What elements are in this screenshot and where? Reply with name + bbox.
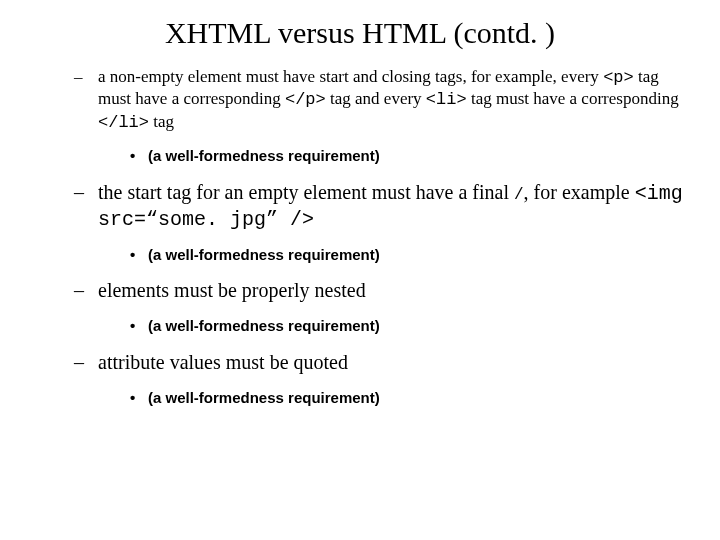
bullet-2-text-a: the start tag for an empty element must … — [98, 181, 514, 203]
bullet-list: a non-empty element must have start and … — [30, 66, 690, 408]
bullet-2-slash: / — [514, 186, 524, 204]
bullet-1-code-li-open: <li> — [426, 90, 467, 109]
bullet-1-code-li-close: </li> — [98, 113, 149, 132]
bullet-4-text: attribute values must be quoted — [98, 351, 348, 373]
bullet-1-sublist: (a well-formedness requirement) — [98, 147, 690, 166]
bullet-1-sub: (a well-formedness requirement) — [134, 147, 690, 166]
bullet-1-text-e: tag — [149, 112, 174, 131]
bullet-3-sublist: (a well-formedness requirement) — [98, 317, 690, 336]
bullet-2-sub: (a well-formedness requirement) — [134, 246, 690, 265]
bullet-3-sub: (a well-formedness requirement) — [134, 317, 690, 336]
slide: XHTML versus HTML (contd. ) a non-empty … — [0, 0, 720, 540]
bullet-2: the start tag for an empty element must … — [80, 180, 690, 265]
bullet-1-code-p-open: <p> — [603, 68, 634, 87]
bullet-4-sublist: (a well-formedness requirement) — [98, 389, 690, 408]
bullet-2-sublist: (a well-formedness requirement) — [98, 246, 690, 265]
bullet-1-text-d: tag must have a corresponding — [467, 89, 679, 108]
bullet-1-text-c: tag and every — [326, 89, 426, 108]
bullet-3-text: elements must be properly nested — [98, 279, 366, 301]
bullet-4-sub: (a well-formedness requirement) — [134, 389, 690, 408]
bullet-3: elements must be properly nested (a well… — [80, 278, 690, 336]
bullet-4: attribute values must be quoted (a well-… — [80, 350, 690, 408]
bullet-1-code-p-close: </p> — [285, 90, 326, 109]
slide-title: XHTML versus HTML (contd. ) — [30, 16, 690, 50]
bullet-2-text-b: , for example — [524, 181, 635, 203]
bullet-1: a non-empty element must have start and … — [80, 66, 690, 166]
bullet-1-text-a: a non-empty element must have start and … — [98, 67, 603, 86]
